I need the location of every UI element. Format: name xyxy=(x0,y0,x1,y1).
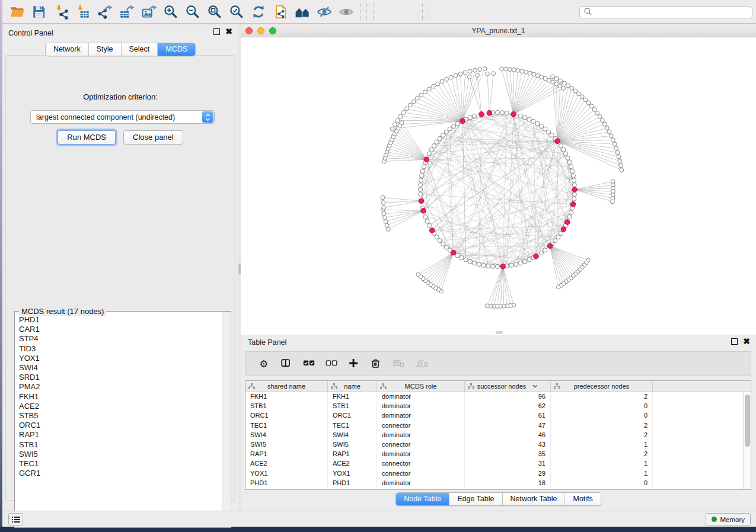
table-row[interactable]: PHD1PHD1dominator180 xyxy=(245,479,743,488)
network-node[interactable] xyxy=(572,178,576,182)
network-node[interactable] xyxy=(473,68,477,72)
network-node[interactable] xyxy=(619,164,623,168)
network-node[interactable] xyxy=(611,138,615,142)
column-header-MCDS-role[interactable]: MCDS role xyxy=(377,381,465,392)
network-node[interactable] xyxy=(384,220,388,224)
network-node[interactable] xyxy=(386,227,390,232)
network-node[interactable] xyxy=(539,251,543,255)
network-node[interactable] xyxy=(516,69,520,73)
table-row[interactable]: RAP1RAP1dominator352 xyxy=(245,450,743,459)
network-node[interactable] xyxy=(559,79,563,83)
network-node[interactable] xyxy=(435,235,439,239)
network-node[interactable] xyxy=(444,130,448,134)
network-node[interactable] xyxy=(441,133,445,137)
network-node[interactable] xyxy=(486,264,490,268)
network-node[interactable] xyxy=(543,127,547,131)
network-node[interactable] xyxy=(524,70,528,74)
network-node[interactable] xyxy=(476,73,480,78)
tab-select[interactable]: Select xyxy=(122,43,158,56)
network-node[interactable] xyxy=(405,107,409,111)
float-table-panel-icon[interactable] xyxy=(731,338,738,345)
tab-network-table[interactable]: Network Table xyxy=(503,493,566,505)
zoom-fit-content-icon[interactable] xyxy=(203,2,225,21)
network-node[interactable] xyxy=(427,152,431,156)
network-node[interactable] xyxy=(567,214,572,219)
network-node[interactable] xyxy=(455,121,460,126)
network-node[interactable] xyxy=(427,223,431,227)
network-node[interactable] xyxy=(543,76,547,81)
network-node[interactable] xyxy=(412,100,416,104)
network-node[interactable] xyxy=(419,183,423,187)
network-node[interactable] xyxy=(573,89,578,93)
network-node[interactable] xyxy=(566,84,570,88)
network-node[interactable] xyxy=(532,72,536,76)
zoom-in-icon[interactable] xyxy=(160,2,181,21)
network-node[interactable] xyxy=(522,116,527,120)
network-node[interactable] xyxy=(617,155,621,159)
network-node[interactable] xyxy=(401,111,406,115)
import-network-from-file-icon[interactable] xyxy=(50,2,72,21)
network-node[interactable] xyxy=(540,75,544,79)
network-node[interactable] xyxy=(535,73,540,78)
mcds-result-item[interactable]: ACE2 xyxy=(19,402,222,411)
network-node[interactable] xyxy=(562,81,566,85)
network-node[interactable] xyxy=(580,95,584,99)
network-node[interactable] xyxy=(535,121,540,126)
table-row[interactable]: ORC1ORC1dominator610 xyxy=(245,411,743,421)
export-image-icon[interactable] xyxy=(138,2,160,21)
mcds-hub-node[interactable] xyxy=(479,112,484,117)
mcds-hub-node[interactable] xyxy=(547,243,553,249)
mcds-hub-node[interactable] xyxy=(534,254,539,259)
horizontal-splitter-grip[interactable] xyxy=(496,331,503,334)
network-node[interactable] xyxy=(408,103,412,107)
network-node[interactable] xyxy=(432,144,436,148)
network-node[interactable] xyxy=(440,79,444,84)
mcds-result-item[interactable]: STB1 xyxy=(19,440,222,450)
network-node[interactable] xyxy=(508,68,512,72)
float-panel-icon[interactable] xyxy=(213,28,220,35)
network-node[interactable] xyxy=(492,72,496,76)
network-node[interactable] xyxy=(512,68,516,72)
network-node[interactable] xyxy=(518,114,522,118)
network-node[interactable] xyxy=(416,96,420,100)
table-scrollbar-thumb[interactable] xyxy=(745,395,750,447)
column-header-successor-nodes[interactable]: successor nodes xyxy=(465,381,551,392)
close-table-panel-icon[interactable]: ✖ xyxy=(743,338,750,345)
network-node[interactable] xyxy=(569,165,573,169)
network-node[interactable] xyxy=(556,235,560,239)
network-canvas[interactable] xyxy=(241,37,756,335)
network-node[interactable] xyxy=(449,75,453,79)
save-session-icon[interactable] xyxy=(28,2,50,21)
mcds-hub-node[interactable] xyxy=(561,227,566,232)
network-node[interactable] xyxy=(614,146,618,150)
mcds-hub-node[interactable] xyxy=(487,110,492,116)
mcds-result-item[interactable]: CAR1 xyxy=(19,325,222,334)
export-network-icon[interactable] xyxy=(94,2,116,21)
tab-edge-table[interactable]: Edge Table xyxy=(449,493,502,505)
network-node[interactable] xyxy=(478,68,482,72)
new-network-from-selection-icon[interactable] xyxy=(269,2,291,21)
network-node[interactable] xyxy=(436,82,440,86)
mcds-hub-node[interactable] xyxy=(460,118,465,124)
task-history-button[interactable] xyxy=(8,513,23,525)
network-node[interactable] xyxy=(562,148,566,152)
network-node[interactable] xyxy=(566,156,570,160)
table-row[interactable]: ACE2ACE2connector311 xyxy=(245,459,743,469)
network-node[interactable] xyxy=(468,116,472,120)
network-node[interactable] xyxy=(390,127,394,131)
close-panel-button[interactable]: Close panel xyxy=(123,130,183,145)
network-node[interactable] xyxy=(495,264,499,268)
mcds-result-item[interactable]: ORC1 xyxy=(19,421,222,430)
network-node[interactable] xyxy=(609,134,613,138)
network-node[interactable] xyxy=(572,183,576,187)
network-node[interactable] xyxy=(485,304,489,308)
network-node[interactable] xyxy=(618,159,622,164)
network-node[interactable] xyxy=(495,110,499,114)
network-node[interactable] xyxy=(615,150,620,155)
run-mcds-button[interactable]: Run MCDS xyxy=(58,130,116,145)
column-header-name[interactable]: name xyxy=(328,381,377,392)
network-node[interactable] xyxy=(382,216,387,220)
network-node[interactable] xyxy=(445,77,449,81)
table-row[interactable]: YOX1YOX1connector291 xyxy=(245,469,743,479)
network-node[interactable] xyxy=(467,75,471,79)
